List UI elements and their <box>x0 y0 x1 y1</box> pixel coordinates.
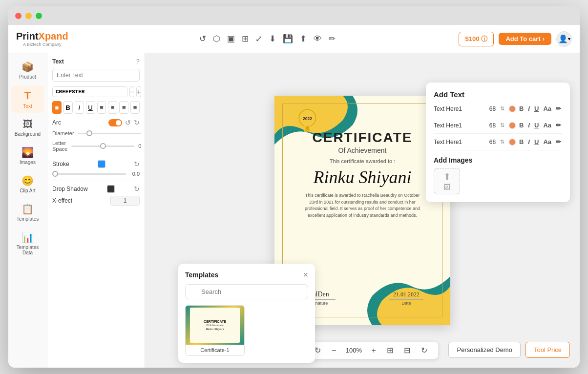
add-text-title: Add Text <box>434 90 562 99</box>
close-button[interactable] <box>15 13 21 19</box>
zoom-in-button[interactable]: + <box>369 345 379 356</box>
sidebar-item-templates[interactable]: 📋 Templates <box>11 199 44 226</box>
shadow-refresh-icon[interactable]: ↻ <box>134 185 140 193</box>
underline-3[interactable]: U <box>533 138 540 146</box>
share-icon[interactable]: ⬆ <box>300 34 307 44</box>
font-size-decrease[interactable]: − <box>129 86 134 97</box>
edit-1[interactable]: ✏ <box>555 104 562 113</box>
justify-btn[interactable]: ≡ <box>130 101 140 114</box>
stroke-label: Stroke <box>52 161 69 167</box>
minimize-button[interactable] <box>25 13 32 19</box>
grid-view1-button[interactable]: ⊞ <box>384 345 396 356</box>
cert-awarded: This certificate awarded to : <box>330 158 396 164</box>
bold-btn[interactable]: B <box>63 101 73 114</box>
logo-text: PrintXpand <box>16 31 68 42</box>
grid-view2-button[interactable]: ⊟ <box>401 345 413 356</box>
italic-1[interactable]: I <box>527 104 531 113</box>
shadow-color[interactable] <box>107 185 115 193</box>
templates-search-input[interactable] <box>185 284 308 299</box>
aa-2[interactable]: Aa <box>542 121 552 129</box>
diameter-slider[interactable] <box>78 133 141 134</box>
text-row-1-label: Text Here1 <box>434 105 486 112</box>
layers-icon[interactable]: ⊞ <box>242 34 249 44</box>
align-left-btn[interactable]: ≡ <box>97 101 106 114</box>
text-row-1-size: 68 <box>486 105 499 112</box>
edit-3[interactable]: ✏ <box>555 138 562 146</box>
size-icon-2[interactable]: ⇅ <box>499 122 506 129</box>
sidebar-label-product: Product <box>19 74 36 80</box>
canvas-refresh-button[interactable]: ↻ <box>418 345 430 356</box>
arc-refresh-icon[interactable]: ↻ <box>134 119 140 126</box>
color-1[interactable] <box>509 105 516 112</box>
templates-panel: Templates × 🔍 CERTIFICATE Of Achiev <box>178 264 315 363</box>
aa-3[interactable]: Aa <box>542 138 552 146</box>
aa-1[interactable]: Aa <box>542 104 552 113</box>
sidebar-item-images[interactable]: 🌄 Images <box>11 143 44 169</box>
align-right-btn[interactable]: ≡ <box>119 101 128 114</box>
price-button[interactable]: $100 ⓘ <box>459 32 494 46</box>
italic-2[interactable]: I <box>527 121 531 129</box>
images-icon: 🌄 <box>21 146 34 158</box>
italic-btn[interactable]: I <box>75 101 84 114</box>
image-upload-box[interactable]: ⬆ 🖼 <box>434 168 460 194</box>
underline-2[interactable]: U <box>533 121 540 129</box>
add-to-cart-button[interactable]: Add To cart › <box>499 33 551 45</box>
arc-controls: ↺ ↻ <box>108 119 140 126</box>
sidebar-item-product[interactable]: 📦 Product <box>11 57 44 83</box>
background-icon: 🖼 <box>23 119 33 130</box>
cube-icon[interactable]: ⬡ <box>213 34 220 44</box>
chevron-right-icon: › <box>543 35 545 42</box>
size-icon-1[interactable]: ⇅ <box>499 105 506 113</box>
personalized-demo-button[interactable]: Personalized Demo <box>448 342 520 358</box>
logo: PrintXpand A Biztech Company <box>16 31 68 47</box>
underline-btn[interactable]: U <box>86 101 95 114</box>
titlebar <box>8 6 580 25</box>
color-btn[interactable]: ■ <box>52 101 62 114</box>
cert-date: 21.01.2022 Date <box>389 291 423 306</box>
info-icon: ⓘ <box>481 35 487 43</box>
zoom-out-button[interactable]: − <box>329 345 339 356</box>
stroke-color[interactable] <box>98 160 105 168</box>
edit-2[interactable]: ✏ <box>555 121 562 129</box>
template-card-1[interactable]: CERTIFICATE Of Achievement Rinku Shiyani… <box>185 305 245 356</box>
edit-pen-icon[interactable]: ✏ <box>329 34 336 44</box>
color-2[interactable] <box>509 122 516 129</box>
maximize-button[interactable] <box>36 13 42 19</box>
text-row-2-label: Text Here1 <box>434 122 486 129</box>
arc-reset-icon[interactable]: ↺ <box>125 119 131 126</box>
expand-icon[interactable]: ⤢ <box>255 34 262 44</box>
download-icon[interactable]: ⬇ <box>269 34 276 44</box>
arc-toggle[interactable] <box>108 119 122 126</box>
text-input[interactable] <box>52 69 140 82</box>
stroke-slider[interactable] <box>52 173 126 175</box>
refresh-icon[interactable]: ↺ <box>199 34 206 44</box>
template-grid: CERTIFICATE Of Achievement Rinku Shiyani… <box>185 305 308 356</box>
templates-panel-title: Templates <box>185 271 218 279</box>
letter-space-slider[interactable] <box>71 145 134 147</box>
font-selector[interactable] <box>52 86 127 97</box>
help-icon[interactable]: ? <box>136 58 140 65</box>
stroke-refresh-icon[interactable]: ↻ <box>134 160 140 168</box>
bold-3[interactable]: B <box>518 138 525 146</box>
size-icon-3[interactable]: ⇅ <box>499 138 506 146</box>
underline-1[interactable]: U <box>533 104 540 113</box>
text-row-3-label: Text Here1 <box>434 139 486 145</box>
bold-2[interactable]: B <box>518 121 525 129</box>
save-icon[interactable]: 💾 <box>283 34 293 44</box>
user-avatar[interactable]: 👤▾ <box>556 31 572 47</box>
sidebar-item-text[interactable]: T Text <box>11 85 44 113</box>
italic-3[interactable]: I <box>527 138 531 146</box>
sidebar-item-templates-data[interactable]: 📊 Templates Data <box>11 228 44 259</box>
sidebar-item-clipart[interactable]: 😊 Clip Art <box>11 171 44 197</box>
eye-icon[interactable]: 👁 <box>314 34 322 44</box>
font-size-increase[interactable]: + <box>136 86 141 97</box>
image-icon: 🖼 <box>443 183 450 191</box>
color-3[interactable] <box>509 139 516 145</box>
image-placeholder-icon[interactable]: ▣ <box>227 34 235 44</box>
align-center-btn[interactable]: ≡ <box>108 101 117 114</box>
sidebar-item-background[interactable]: 🖼 Background <box>11 115 44 141</box>
templates-close-button[interactable]: × <box>303 270 308 279</box>
font-row: − + <box>52 86 140 97</box>
bold-1[interactable]: B <box>518 104 525 113</box>
tool-price-button[interactable]: Tool Price <box>525 342 570 358</box>
